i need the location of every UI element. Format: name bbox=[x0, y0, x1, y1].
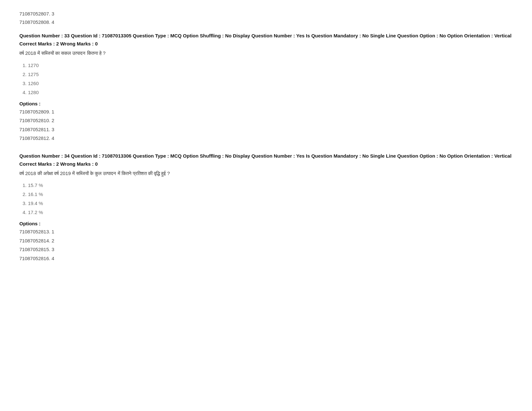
option-ids-1: 71087052809. 171087052810. 271087052811.… bbox=[19, 108, 513, 142]
option-item-2-2: 2. 16.1 % bbox=[23, 191, 513, 198]
question-text-2: वर्ष 2018 की अपेक्षा वर्ष 2019 में सब्जि… bbox=[19, 170, 513, 177]
option-list-2: 1. 15.7 %2. 16.1 %3. 19.4 %4. 17.2 % bbox=[19, 181, 513, 216]
question-block-2: Question Number : 34 Question Id : 71087… bbox=[19, 152, 513, 263]
marks-line-1: Correct Marks : 2 Wrong Marks : 0 bbox=[19, 41, 513, 46]
option-item-1-1: 1. 1270 bbox=[23, 62, 513, 69]
option-item-2-1: 1. 15.7 % bbox=[23, 181, 513, 189]
option-item-2-4: 4. 17.2 % bbox=[23, 209, 513, 216]
option-item-2-3: 3. 19.4 % bbox=[23, 200, 513, 207]
option-id-1-2: 71087052810. 2 bbox=[19, 116, 513, 125]
top-options: 71087052807. 3 71087052808. 4 bbox=[19, 10, 513, 26]
top-option-2: 71087052808. 4 bbox=[19, 18, 513, 26]
option-item-1-2: 2. 1275 bbox=[23, 71, 513, 78]
top-option-1: 71087052807. 3 bbox=[19, 10, 513, 18]
question-meta-2: Question Number : 34 Question Id : 71087… bbox=[19, 152, 513, 160]
option-list-1: 1. 12702. 12753. 12604. 1280 bbox=[19, 62, 513, 96]
option-item-1-3: 3. 1260 bbox=[23, 80, 513, 87]
options-label-1: Options : bbox=[19, 101, 513, 106]
question-block-1: Question Number : 33 Question Id : 71087… bbox=[19, 32, 513, 142]
option-id-1-4: 71087052812. 4 bbox=[19, 134, 513, 142]
option-id-1-3: 71087052811. 3 bbox=[19, 125, 513, 134]
marks-line-2: Correct Marks : 2 Wrong Marks : 0 bbox=[19, 161, 513, 167]
option-item-1-4: 4. 1280 bbox=[23, 89, 513, 96]
option-ids-2: 71087052813. 171087052814. 271087052815.… bbox=[19, 228, 513, 262]
option-id-2-4: 71087052816. 4 bbox=[19, 254, 513, 263]
option-id-2-3: 71087052815. 3 bbox=[19, 245, 513, 254]
question-meta-1: Question Number : 33 Question Id : 71087… bbox=[19, 32, 513, 40]
option-id-2-1: 71087052813. 1 bbox=[19, 228, 513, 236]
option-id-1-1: 71087052809. 1 bbox=[19, 108, 513, 116]
question-text-1: वर्ष 2018 में सब्जियों का सकल उत्पादन कि… bbox=[19, 50, 513, 57]
option-id-2-2: 71087052814. 2 bbox=[19, 237, 513, 245]
options-label-2: Options : bbox=[19, 221, 513, 226]
